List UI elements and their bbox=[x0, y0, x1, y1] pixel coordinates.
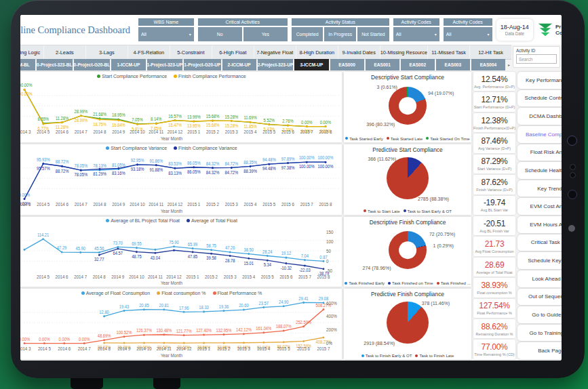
tab-2-leads[interactable]: 2-Leads bbox=[43, 45, 85, 59]
tab-5-constraint[interactable]: 5-Constraint bbox=[170, 45, 212, 59]
tab-10-missing-resource[interactable]: 10-Missing Resource bbox=[380, 45, 427, 59]
scroll-more-icon[interactable]: ▸ bbox=[507, 59, 511, 70]
svg-text:94.48%: 94.48% bbox=[262, 158, 276, 162]
kpi-value: 87.62% bbox=[482, 178, 508, 187]
nav-button-back-page[interactable]: Back Page bbox=[517, 342, 562, 359]
svg-text:18.33: 18.33 bbox=[199, 306, 209, 310]
nav-button-baseline-compliance[interactable]: Baseline Compliance bbox=[517, 126, 562, 143]
project-button-3-iccm-up[interactable]: 3-ICCM-UP bbox=[294, 59, 328, 70]
svg-text:11.85%: 11.85% bbox=[243, 125, 257, 129]
predictive-start-compliance-pie[interactable]: Predictive Start Compliance366 (11.62%)2… bbox=[344, 144, 471, 215]
legend-item: Task to Finish Late bbox=[415, 353, 454, 358]
tab-3-lags[interactable]: 3-Lags bbox=[85, 45, 128, 59]
svg-text:2015 3: 2015 3 bbox=[225, 202, 238, 207]
nav-button-schedule-control-das[interactable]: Schedule Control Das bbox=[517, 90, 562, 107]
tab-9-invalid-dates[interactable]: 9-Invalid Dates bbox=[338, 45, 380, 59]
x-axis-title: Year Month bbox=[20, 281, 342, 287]
critical-yes-button[interactable]: Yes bbox=[243, 27, 288, 41]
pie-chart-title: Predictive Start Compliance bbox=[344, 144, 471, 155]
tab-8-high-duration[interactable]: 8-High Duration bbox=[296, 45, 338, 59]
chart-legend: Start Compliance VarianceFinish Complian… bbox=[20, 144, 342, 152]
project-button-eas001[interactable]: EAS001 bbox=[366, 59, 399, 70]
project-button-2-project-323-up[interactable]: 2-Project-323-UP bbox=[258, 59, 294, 70]
tab-12-hit-task[interactable]: 12-Hit Task bbox=[469, 45, 511, 59]
svg-text:2014 10: 2014 10 bbox=[136, 346, 152, 351]
project-button-1-iccm-up[interactable]: 1-ICCM-UP bbox=[111, 59, 145, 70]
project-button-0-iccm-bl[interactable]: 0-ICCM-BL bbox=[20, 59, 35, 70]
project-button-eas002[interactable]: EAS002 bbox=[401, 59, 435, 70]
project-button-eas000[interactable]: EAS000 bbox=[330, 59, 364, 70]
legend-item: Start Compliance Performance bbox=[97, 74, 167, 79]
svg-text:161.04%: 161.04% bbox=[256, 327, 271, 331]
legend-item: Task Started Early bbox=[345, 136, 383, 141]
descriptive-start-compliance-pie[interactable]: Descriptive Start Compliance3 (0.61%)94 … bbox=[344, 72, 471, 142]
project-button-eas004[interactable]: EAS004 bbox=[471, 59, 505, 70]
project-button-0-project-323-bl[interactable]: 0-Project-323-BL bbox=[37, 59, 72, 70]
svg-text:32.77: 32.77 bbox=[94, 258, 104, 262]
legend-label: Finish Compliance Variance bbox=[178, 146, 237, 150]
svg-text:2014 9: 2014 9 bbox=[118, 346, 131, 351]
project-button-1-project-323-up[interactable]: 1-Project-323-UP bbox=[147, 59, 183, 70]
status-notstarted-button[interactable]: Not Started bbox=[357, 27, 389, 41]
legend-item: Float Performance % bbox=[213, 291, 262, 295]
pie-callout-label: 2919 (88.54%) bbox=[364, 341, 395, 346]
legend-label: Start Compliance Variance bbox=[111, 146, 167, 150]
nav-button-key-trends[interactable]: Key Trends bbox=[517, 180, 562, 197]
wbs-dropdown[interactable]: All ▾ bbox=[138, 27, 194, 41]
start-finish-compliance-performance-chart[interactable]: Start Compliance PerformanceFinish Compl… bbox=[20, 72, 342, 142]
project-button-eas003[interactable]: EAS003 bbox=[436, 59, 470, 70]
svg-text:2015 5: 2015 5 bbox=[261, 274, 274, 279]
status-completed-button[interactable]: Completed bbox=[292, 27, 324, 41]
project-button-1-project-g20-up[interactable]: 1-Project-G20-UP bbox=[184, 59, 220, 70]
nav-button-go-to-guideboo[interactable]: Go to Guideboo bbox=[517, 306, 562, 323]
kpi-label: Finish Variance (D+P) bbox=[476, 188, 513, 192]
descriptive-finish-compliance-pie[interactable]: Descriptive Finish Compliance72 (20.75%)… bbox=[344, 217, 471, 287]
svg-text:23.57: 23.57 bbox=[259, 302, 269, 306]
nav-button-schedule-key-insig[interactable]: Schedule Key Insig bbox=[517, 252, 562, 269]
svg-text:2015 4: 2015 4 bbox=[242, 274, 255, 279]
tab-1-missing-logic[interactable]: 1-Missing Logic bbox=[20, 45, 43, 59]
camera-icon bbox=[567, 136, 577, 146]
kpi-label: Avg. Performance (D+P) bbox=[474, 85, 515, 89]
pie-chart-title: Descriptive Finish Compliance bbox=[344, 217, 471, 228]
nav-button-dcma-dashboard[interactable]: DCMA Dashboard bbox=[517, 108, 562, 125]
total-float-averages-chart[interactable]: Average of BL Project Total FloatAverage… bbox=[20, 217, 342, 287]
nav-button-go-to-training-vid[interactable]: Go to Training Vid bbox=[517, 325, 562, 342]
nav-button-float-risk-analys[interactable]: Float Risk Analys bbox=[517, 144, 562, 161]
project-button-2-iccm-up[interactable]: 2-ICCM-UP bbox=[222, 59, 256, 70]
critical-no-button[interactable]: No bbox=[198, 27, 242, 41]
legend-dot-icon bbox=[106, 219, 109, 222]
kpi-value: -19.74 bbox=[484, 198, 505, 207]
dropdown-icon: ▾ bbox=[189, 32, 191, 37]
activity-status-title: Activity Status bbox=[292, 18, 389, 26]
svg-text:-10.32: -10.32 bbox=[281, 266, 292, 270]
start-finish-compliance-variance-chart[interactable]: Start Compliance VarianceFinish Complian… bbox=[20, 144, 342, 215]
svg-text:28.78: 28.78 bbox=[225, 258, 235, 262]
activity-id-search-input[interactable]: Search bbox=[516, 54, 557, 64]
wbs-dropdown-value: All bbox=[141, 32, 146, 37]
svg-text:0.00%: 0.00% bbox=[301, 121, 313, 125]
nav-button-look-ahead-pla[interactable]: Look Ahead Pla bbox=[517, 270, 562, 287]
nav-button-out-of-sequence-t[interactable]: Out of Sequence T bbox=[517, 289, 562, 306]
nav-button-evm-cost-analys[interactable]: EVM Cost Analys bbox=[517, 198, 562, 215]
nav-button-schedule-health-sum[interactable]: Schedule Health Sum bbox=[517, 162, 562, 179]
project-button-0-project-g20-bl[interactable]: 0-Project-G20-BL bbox=[74, 59, 111, 70]
tab-7-negative-float[interactable]: 7-Negative Float bbox=[254, 45, 296, 59]
kpi-label: Average of Total Float bbox=[476, 270, 512, 274]
tab-4-fs-relation[interactable]: 4-FS-Relation bbox=[128, 45, 170, 59]
tab-6-high-float[interactable]: 6-High Float bbox=[212, 45, 254, 59]
svg-text:2015 6: 2015 6 bbox=[297, 346, 310, 351]
nav-button-evm-hours-analy[interactable]: EVM Hours Analy bbox=[517, 216, 562, 233]
legend-dot-icon bbox=[81, 291, 85, 295]
status-inprogress-button[interactable]: In Progress bbox=[324, 27, 356, 41]
predictive-finish-compliance-pie[interactable]: Predictive Finish Compliance378 (11.46%)… bbox=[344, 289, 471, 359]
float-consumption-chart[interactable]: Average of Float ConsumptionFloat consum… bbox=[20, 289, 342, 359]
activity-codes-dropdown-1[interactable]: All ▾ bbox=[393, 27, 439, 41]
nav-button-critical-task-she[interactable]: Critical Task She bbox=[517, 234, 562, 251]
svg-text:91.88%: 91.88% bbox=[149, 167, 163, 171]
activity-status-filter: Activity Status Completed In Progress No… bbox=[292, 18, 389, 41]
activity-codes-dropdown-2[interactable]: All ▾ bbox=[444, 27, 492, 41]
nav-button-key-performance-ind[interactable]: Key Performance Ind bbox=[517, 72, 562, 89]
tab-11-missed-task[interactable]: 11-Missed Task bbox=[427, 45, 469, 59]
pie-legend: Task to Start LateTask to Start Early & … bbox=[344, 207, 471, 215]
